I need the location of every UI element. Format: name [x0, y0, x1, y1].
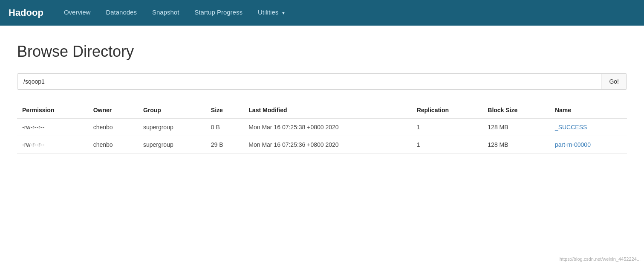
col-block-size: Block Size	[482, 102, 550, 118]
table-body: -rw-r--r--chenbosupergroup0 BMon Mar 16 …	[17, 118, 627, 154]
table-header-row: Permission Owner Group Size Last Modifie…	[17, 102, 627, 118]
cell-owner: chenbo	[88, 136, 138, 154]
col-name: Name	[550, 102, 627, 118]
cell-permission: -rw-r--r--	[17, 136, 88, 154]
file-link[interactable]: _SUCCESS	[555, 124, 587, 131]
navbar: Hadoop Overview Datanodes Snapshot Start…	[0, 0, 644, 26]
cell-replication: 1	[412, 136, 483, 154]
dropdown-arrow-icon: ▼	[280, 11, 286, 15]
nav-item-snapshot[interactable]: Snapshot	[144, 0, 187, 26]
nav-link-overview[interactable]: Overview	[56, 0, 98, 25]
cell-last-modified: Mon Mar 16 07:25:38 +0800 2020	[243, 118, 411, 136]
nav-link-datanodes[interactable]: Datanodes	[98, 0, 144, 25]
table-row: -rw-r--r--chenbosupergroup29 BMon Mar 16…	[17, 136, 627, 154]
cell-replication: 1	[412, 118, 483, 136]
file-link[interactable]: part-m-00000	[555, 141, 591, 148]
path-input[interactable]	[17, 74, 601, 89]
nav-link-startup-progress[interactable]: Startup Progress	[187, 0, 250, 25]
cell-block-size: 128 MB	[482, 118, 550, 136]
col-group: Group	[138, 102, 206, 118]
nav-item-utilities[interactable]: Utilities ▼	[250, 0, 293, 26]
navbar-links: Overview Datanodes Snapshot Startup Prog…	[56, 0, 293, 26]
cell-owner: chenbo	[88, 118, 138, 136]
cell-name[interactable]: part-m-00000	[550, 136, 627, 154]
col-permission: Permission	[17, 102, 88, 118]
cell-group: supergroup	[138, 118, 206, 136]
cell-group: supergroup	[138, 136, 206, 154]
cell-size: 0 B	[206, 118, 244, 136]
cell-name[interactable]: _SUCCESS	[550, 118, 627, 136]
cell-size: 29 B	[206, 136, 244, 154]
col-owner: Owner	[88, 102, 138, 118]
cell-permission: -rw-r--r--	[17, 118, 88, 136]
go-button[interactable]: Go!	[601, 74, 627, 89]
cell-block-size: 128 MB	[482, 136, 550, 154]
main-content: Browse Directory Go! Permission Owner Gr…	[0, 26, 644, 265]
table-row: -rw-r--r--chenbosupergroup0 BMon Mar 16 …	[17, 118, 627, 136]
nav-item-overview[interactable]: Overview	[56, 0, 98, 26]
col-last-modified: Last Modified	[243, 102, 411, 118]
nav-item-datanodes[interactable]: Datanodes	[98, 0, 144, 26]
navbar-brand[interactable]: Hadoop	[9, 7, 43, 18]
nav-link-utilities[interactable]: Utilities ▼	[250, 0, 293, 26]
nav-link-snapshot[interactable]: Snapshot	[144, 0, 187, 25]
nav-item-startup-progress[interactable]: Startup Progress	[187, 0, 250, 26]
col-replication: Replication	[412, 102, 483, 118]
directory-table: Permission Owner Group Size Last Modifie…	[17, 102, 627, 154]
table-header: Permission Owner Group Size Last Modifie…	[17, 102, 627, 118]
cell-last-modified: Mon Mar 16 07:25:36 +0800 2020	[243, 136, 411, 154]
watermark: https://blog.csdn.net/weixin_4452224...	[560, 256, 641, 262]
col-size: Size	[206, 102, 244, 118]
page-title: Browse Directory	[17, 43, 627, 61]
search-bar: Go!	[17, 73, 627, 90]
